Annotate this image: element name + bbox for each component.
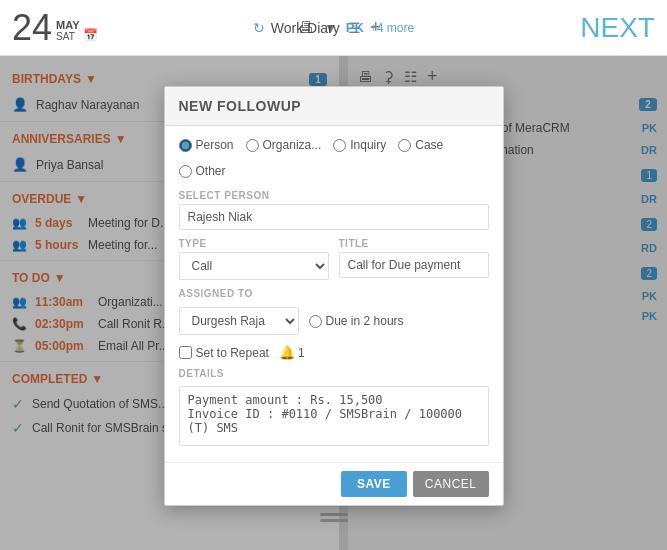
due-checkbox-label[interactable]: Due in 2 hours (309, 314, 404, 328)
repeat-label: Set to Repeat (196, 346, 269, 360)
title-col: TITLE (339, 230, 489, 280)
due-label: Due in 2 hours (326, 314, 404, 328)
radio-inquiry-label: Inquiry (350, 138, 386, 152)
type-label: TYPE (179, 238, 329, 249)
modal-header: NEW FOLLOWUP (165, 87, 503, 126)
top-bar: 24 MAY SAT 📅 ↻ Work Diary PK +4 more 🖶 ▼… (0, 0, 667, 56)
cancel-button[interactable]: CANCEL (413, 471, 489, 497)
radio-case-label: Case (415, 138, 443, 152)
next-label: NEXT (580, 12, 655, 44)
bell-icon: 🔔 (279, 345, 295, 360)
title-input[interactable] (339, 252, 489, 278)
radio-case-input[interactable] (398, 139, 411, 152)
followup-modal: NEW FOLLOWUP Person Organiza... Inqu (164, 86, 504, 506)
calendar-icon[interactable]: 📅 (83, 28, 98, 42)
work-diary-pk: PK (346, 20, 364, 35)
modal-title: NEW FOLLOWUP (179, 98, 302, 114)
details-label: DETAILS (179, 368, 489, 379)
save-button[interactable]: SAVE (341, 471, 407, 497)
select-person-input[interactable] (179, 204, 489, 230)
type-title-row: TYPE Call Email Meeting TITLE (179, 230, 489, 280)
details-textarea[interactable]: Payment amount : Rs. 15,500 Invoice ID :… (179, 386, 489, 446)
radio-inquiry[interactable]: Inquiry (333, 138, 386, 152)
work-diary-section: ↻ Work Diary PK +4 more (253, 20, 414, 36)
radio-other-input[interactable] (179, 165, 192, 178)
radio-other-label: Other (196, 164, 226, 178)
main-container: 24 MAY SAT 📅 ↻ Work Diary PK +4 more 🖶 ▼… (0, 0, 667, 550)
repeat-checkbox-label[interactable]: Set to Repeat (179, 346, 269, 360)
assigned-label: ASSIGNED TO (179, 288, 489, 299)
bell-badge: 🔔 1 (279, 345, 305, 360)
date-block: 24 MAY SAT 📅 (12, 10, 98, 46)
title-label: TITLE (339, 238, 489, 249)
radio-inquiry-input[interactable] (333, 139, 346, 152)
type-select[interactable]: Call Email Meeting (179, 252, 329, 280)
select-person-label: SELECT PERSON (179, 190, 489, 201)
radio-person[interactable]: Person (179, 138, 234, 152)
radio-person-label: Person (196, 138, 234, 152)
refresh-icon[interactable]: ↻ (253, 20, 265, 36)
date-number: 24 (12, 10, 52, 46)
radio-organization-input[interactable] (246, 139, 259, 152)
bell-count: 1 (298, 346, 305, 360)
modal-footer: SAVE CANCEL (165, 462, 503, 505)
date-meta: MAY SAT (56, 19, 79, 42)
date-month: MAY (56, 19, 79, 31)
radio-case[interactable]: Case (398, 138, 443, 152)
radio-organization[interactable]: Organiza... (246, 138, 322, 152)
modal-overlay: NEW FOLLOWUP Person Organiza... Inqu (0, 56, 667, 550)
radio-other[interactable]: Other (179, 164, 226, 178)
radio-group: Person Organiza... Inquiry Case (179, 138, 489, 178)
repeat-checkbox[interactable] (179, 346, 192, 359)
radio-organization-label: Organiza... (263, 138, 322, 152)
radio-person-input[interactable] (179, 139, 192, 152)
modal-body: Person Organiza... Inquiry Case (165, 126, 503, 462)
assigned-row: Durgesh Raja Due in 2 hours Set to Repea… (179, 307, 489, 360)
type-col: TYPE Call Email Meeting (179, 230, 329, 280)
date-day: SAT (56, 31, 75, 42)
work-diary-label: Work Diary (271, 20, 340, 36)
assigned-select[interactable]: Durgesh Raja (179, 307, 299, 335)
work-diary-more: +4 more (370, 21, 414, 35)
due-radio[interactable] (309, 315, 322, 328)
